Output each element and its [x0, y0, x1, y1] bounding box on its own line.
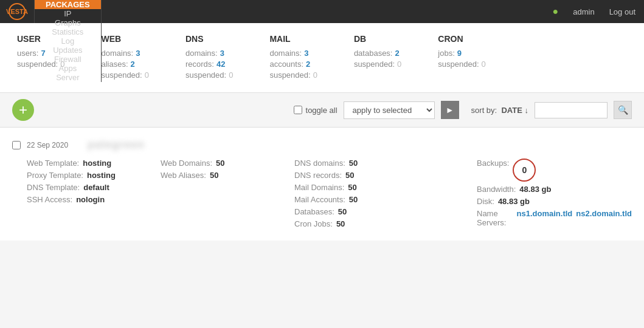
stat-label: domains: [101, 49, 133, 58]
detail-label: Web Domains: [161, 159, 212, 168]
toggle-all-checkbox[interactable] [294, 106, 302, 114]
stat-value: 2 [131, 60, 135, 69]
stat-label: databases: [354, 49, 393, 58]
sort-by-text: sort by: [471, 106, 497, 115]
detail-row: SSH Access:nologin [27, 195, 161, 204]
detail-value: 0 [513, 159, 536, 182]
search-icon: 🔍 [618, 105, 628, 115]
stat-label: suspended: [438, 60, 479, 69]
stat-label: suspended: [17, 60, 58, 69]
topnav-right: ● admin Log out [544, 0, 644, 23]
stat-value: 3 [136, 49, 140, 58]
stat-row: suspended:0 [354, 60, 401, 69]
package-list: 22 Sep 2020palegreenWeb Template:hosting… [0, 128, 644, 241]
detail-label: Web Template: [27, 159, 79, 168]
search-button[interactable]: 🔍 [614, 101, 632, 119]
stat-row: accounts:2 [269, 60, 317, 69]
stat-row: aliases:2 [101, 60, 148, 69]
detail-value: default [83, 183, 109, 192]
toolbar: + toggle all apply to selected ► sort by… [0, 93, 644, 128]
stat-group-user: USERusers:7suspended:0 [17, 34, 64, 81]
detail-value: hosting [83, 159, 111, 168]
logo-text: VESTA [6, 8, 28, 15]
admin-link[interactable]: admin [567, 7, 600, 16]
apply-select[interactable]: apply to selected [344, 101, 435, 119]
detail-label: DNS Template: [27, 183, 80, 192]
nav-items-container: PACKAGESIPGraphsStatisticsLogUpdatesFire… [35, 0, 102, 23]
stat-groups: USERusers:7suspended:0WEBdomains:3aliase… [17, 34, 486, 81]
notification-bell-icon[interactable]: ● [544, 6, 567, 17]
detail-value: 50 [349, 195, 358, 204]
detail-row: Name Servers:ns1.domain.tldns2.domain.tl… [477, 209, 632, 227]
logo: VESTA [0, 0, 35, 23]
detail-value: ns1.domain.tld [517, 209, 573, 227]
detail-row: Web Template:hosting [27, 159, 161, 168]
detail-row: Web Aliases:50 [161, 171, 294, 180]
stat-label: aliases: [101, 60, 128, 69]
detail-value: 48.83 gb [519, 185, 551, 194]
stat-row: users:7 [17, 49, 64, 58]
stat-row: domains:3 [101, 49, 148, 58]
toggle-all-text: toggle all [306, 106, 338, 115]
detail-row: DNS Template:default [27, 183, 161, 192]
detail-row: Backups:0 [477, 159, 632, 182]
package-row-checkbox[interactable] [12, 141, 21, 149]
stats-section: USERusers:7suspended:0WEBdomains:3aliase… [0, 23, 644, 93]
stat-label: suspended: [185, 70, 226, 80]
detail-label: Mail Domains: [294, 183, 344, 192]
search-input[interactable] [535, 102, 608, 118]
detail-label: Disk: [477, 197, 494, 206]
topnav-item-ip[interactable]: IP [35, 9, 102, 18]
stat-value: 7 [41, 49, 45, 58]
stat-label: accounts: [269, 60, 303, 69]
add-package-button[interactable]: + [12, 99, 34, 121]
stat-row: suspended:0 [185, 70, 233, 80]
logout-button[interactable]: Log out [601, 7, 644, 16]
sort-value: DATE [501, 106, 522, 115]
stat-label: suspended: [269, 70, 310, 80]
topnav-item-packages[interactable]: PACKAGES [35, 0, 102, 9]
stat-label: jobs: [438, 49, 454, 58]
package-name[interactable]: palegreen [88, 138, 145, 151]
detail-row: Web Domains:50 [161, 159, 294, 168]
stat-group-cron: CRONjobs:9suspended:0 [438, 34, 485, 81]
top-navigation: VESTA PACKAGESIPGraphsStatisticsLogUpdat… [0, 0, 644, 23]
toggle-all-label: toggle all [294, 106, 338, 115]
detail-label: Cron Jobs: [294, 219, 333, 228]
stat-group-title-web: WEB [101, 34, 148, 44]
stat-value: 2 [306, 60, 310, 69]
detail-value: 50 [345, 171, 354, 180]
detail-value: 50 [216, 159, 224, 168]
stat-group-mail: MAILdomains:3accounts:2suspended:0 [269, 34, 317, 81]
sort-label: sort by: DATE ↓ [471, 106, 528, 115]
detail-label: Databases: [294, 207, 334, 216]
stat-value: 0 [397, 60, 401, 69]
detail-row: Mail Accounts:50 [294, 195, 477, 204]
detail-label: DNS records: [294, 171, 342, 180]
detail-value: 50 [338, 207, 347, 216]
package-rows-container: 22 Sep 2020palegreenWeb Template:hosting… [12, 134, 632, 228]
stat-row: suspended:0 [17, 60, 64, 69]
stat-group-db: DBdatabases:2suspended:0 [354, 34, 401, 81]
apply-go-button[interactable]: ► [441, 101, 459, 119]
package-detail-col4: Backups:0Bandwidth:48.83 gbDisk:48.83 gb… [477, 159, 632, 228]
detail-value: 50 [349, 159, 358, 168]
topnav-item-graphs[interactable]: Graphs [35, 18, 102, 27]
stat-row: suspended:0 [269, 70, 317, 80]
detail-value: 50 [336, 219, 345, 228]
package-detail-col1: Web Template:hostingProxy Template:hosti… [27, 159, 161, 228]
stat-label: domains: [185, 49, 218, 58]
package-detail-col3: DNS domains:50DNS records:50Mail Domains… [294, 159, 477, 228]
stat-row: domains:3 [185, 49, 233, 58]
stat-label: domains: [269, 49, 302, 58]
package-details: Web Template:hostingProxy Template:hosti… [27, 159, 632, 228]
stat-row: jobs:9 [438, 49, 485, 58]
stat-value: 2 [395, 49, 399, 58]
detail-row: Mail Domains:50 [294, 183, 477, 192]
detail-label: Web Aliases: [161, 171, 206, 180]
stat-row: databases:2 [354, 49, 401, 58]
backups-circle: 0 [513, 159, 536, 182]
detail-row: Proxy Template:hosting [27, 171, 161, 180]
detail-row: DNS records:50 [294, 171, 477, 180]
stat-group-title-mail: MAIL [269, 34, 317, 44]
